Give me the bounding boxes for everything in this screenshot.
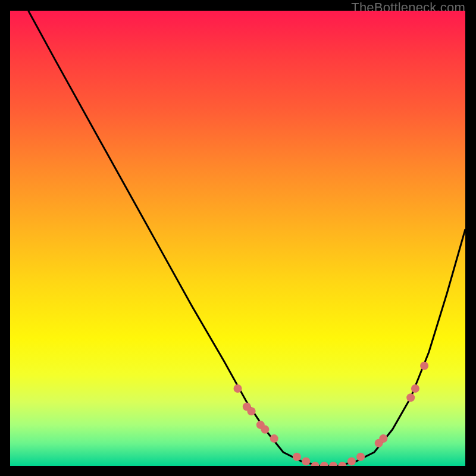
sample-point [261, 425, 269, 434]
sample-point [311, 462, 320, 466]
sample-point [234, 384, 242, 393]
sample-point [329, 462, 337, 466]
sample-point [302, 457, 310, 465]
plot-area [10, 11, 465, 466]
sample-point [347, 457, 356, 465]
sample-point [338, 462, 346, 466]
sample-point [270, 434, 278, 443]
sample-point [406, 393, 415, 402]
sample-point [379, 434, 387, 443]
sample-points-layer [10, 11, 465, 466]
sample-point [320, 462, 328, 466]
sample-point [248, 407, 256, 415]
sample-point [293, 453, 301, 461]
sample-point [356, 453, 365, 461]
chart-frame: TheBottleneck.com [0, 0, 476, 476]
sample-point [411, 384, 419, 393]
sample-point [420, 362, 428, 370]
